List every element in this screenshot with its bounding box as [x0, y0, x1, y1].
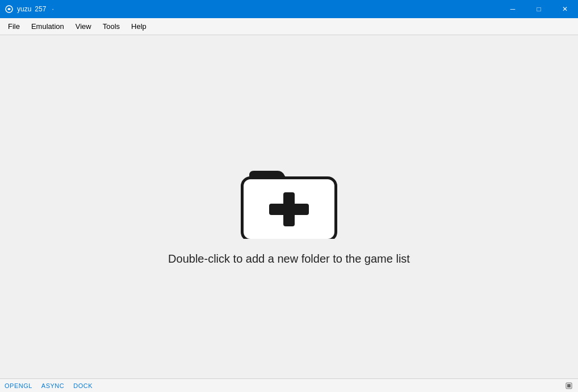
add-folder-icon — [232, 148, 346, 239]
title-dot: · — [52, 5, 53, 13]
menu-view[interactable]: View — [70, 20, 97, 33]
menu-file[interactable]: File — [2, 20, 26, 33]
app-version: 257 — [35, 5, 46, 13]
svg-rect-4 — [269, 204, 309, 215]
menu-help[interactable]: Help — [125, 20, 152, 33]
add-folder-prompt[interactable]: Double-click to add a new folder to the … — [168, 148, 410, 265]
status-dock: DOCK — [73, 382, 93, 389]
title-bar: yuzu 257 · ─ □ ✕ — [0, 0, 578, 18]
status-bar: OPENGL ASYNC DOCK — [0, 378, 578, 392]
menu-tools[interactable]: Tools — [97, 20, 125, 33]
window-controls: ─ □ ✕ — [500, 0, 578, 18]
app-name: yuzu — [17, 5, 31, 13]
main-content[interactable]: Double-click to add a new folder to the … — [0, 35, 578, 378]
status-bar-right-icon — [564, 381, 573, 390]
menu-bar: File Emulation View Tools Help — [0, 18, 578, 35]
add-folder-text: Double-click to add a new folder to the … — [168, 252, 410, 265]
title-bar-left: yuzu 257 · — [5, 5, 56, 14]
maximize-button[interactable]: □ — [526, 0, 552, 18]
menu-emulation[interactable]: Emulation — [26, 20, 70, 33]
svg-rect-6 — [567, 384, 571, 387]
status-opengl: OPENGL — [5, 382, 32, 389]
close-button[interactable]: ✕ — [552, 0, 578, 18]
app-icon — [5, 5, 14, 14]
status-async: ASYNC — [41, 382, 64, 389]
minimize-button[interactable]: ─ — [500, 0, 526, 18]
